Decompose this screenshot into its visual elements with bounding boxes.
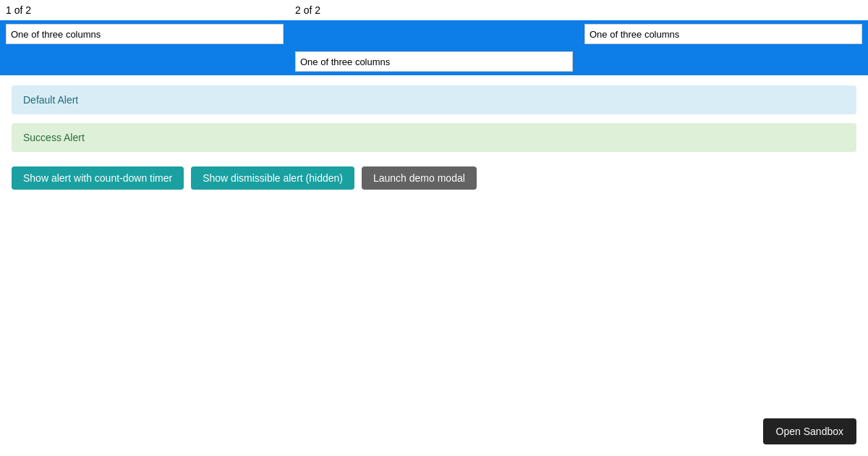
- col-input-row-1: [0, 20, 868, 48]
- success-alert-text: Success Alert: [23, 132, 85, 143]
- col-2-container: [289, 51, 579, 72]
- col-3-input[interactable]: [584, 24, 862, 44]
- default-alert: Default Alert: [12, 85, 856, 114]
- pagination-1: 1 of 2: [6, 4, 295, 16]
- countdown-alert-button[interactable]: Show alert with count-down timer: [12, 166, 184, 190]
- pagination-text-2: 2 of 2: [295, 4, 320, 16]
- pagination-row: 1 of 2 2 of 2: [0, 0, 868, 20]
- col-1-input[interactable]: [6, 24, 284, 44]
- blue-bar-row-2: [0, 48, 868, 75]
- col-2-input[interactable]: [295, 51, 573, 72]
- open-sandbox-button[interactable]: Open Sandbox: [763, 418, 856, 444]
- col-1-container: [0, 24, 289, 44]
- blue-bar-row-1: [0, 20, 868, 48]
- buttons-row: Show alert with count-down timer Show di…: [0, 161, 868, 195]
- pagination-2: 2 of 2: [295, 4, 584, 16]
- launch-modal-button[interactable]: Launch demo modal: [362, 166, 477, 190]
- col-3-container: [579, 24, 868, 44]
- pagination-text-1: 1 of 2: [6, 4, 31, 16]
- alerts-section: Default Alert Success Alert: [0, 75, 868, 152]
- col-input-row-2: [0, 48, 868, 75]
- success-alert: Success Alert: [12, 123, 856, 152]
- default-alert-text: Default Alert: [23, 94, 78, 106]
- dismissible-alert-button[interactable]: Show dismissible alert (hidden): [191, 166, 354, 190]
